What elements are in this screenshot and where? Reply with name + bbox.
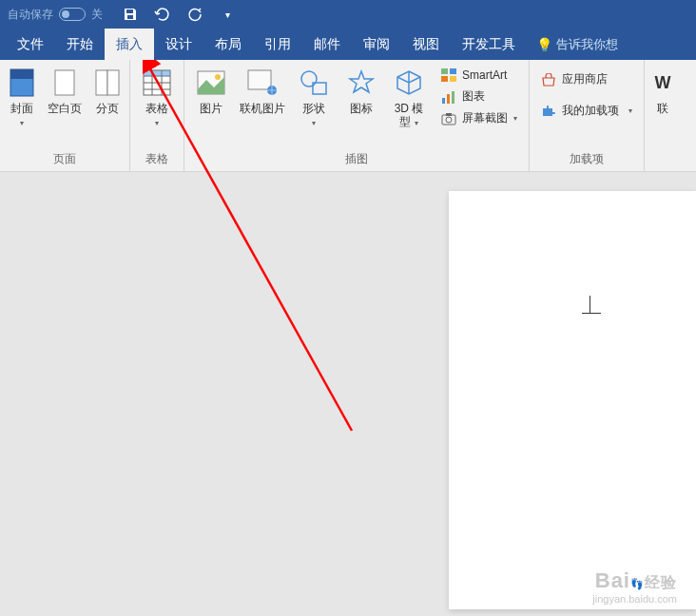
chevron-down-icon: ▾: [628, 106, 632, 115]
group-tables-label: 表格: [134, 149, 180, 169]
group-illustrations: 图片 联机图片 形状 ▾ 图标: [184, 60, 530, 171]
svg-rect-3: [96, 70, 107, 95]
blank-page-icon: [49, 67, 80, 98]
tab-review[interactable]: 审阅: [352, 29, 401, 60]
cover-page-button[interactable]: 封面 ▾: [4, 64, 40, 131]
tell-me-search[interactable]: 💡 告诉我你想: [536, 29, 618, 60]
chevron-down-icon: ▾: [513, 114, 517, 123]
text-cursor-icon: [582, 296, 601, 324]
tab-design[interactable]: 设计: [154, 29, 203, 60]
tab-developer[interactable]: 开发工具: [451, 29, 527, 60]
app-store-button[interactable]: 应用商店: [537, 69, 636, 89]
svg-rect-24: [452, 91, 454, 104]
document-canvas[interactable]: [0, 172, 696, 616]
document-page[interactable]: [449, 191, 696, 609]
wikipedia-button[interactable]: W 联: [648, 64, 677, 119]
3d-model-label: 3D 模型 ▾: [395, 102, 424, 129]
ribbon-tabs: 文件 开始 插入 设计 布局 引用 邮件 审阅 视图 开发工具 💡 告诉我你想: [0, 29, 696, 60]
title-bar: 自动保存 关 ▾: [0, 0, 696, 29]
group-pages: 封面 ▾ 空白页 分页 页面: [0, 60, 130, 171]
cube-icon: [394, 67, 424, 98]
icons-label: 图标: [350, 102, 373, 115]
page-break-button[interactable]: 分页: [89, 64, 126, 119]
group-pages-label: 页面: [4, 149, 126, 169]
blank-page-button[interactable]: 空白页: [42, 64, 87, 119]
svg-rect-23: [447, 94, 450, 104]
tell-me-label: 告诉我你想: [556, 36, 618, 53]
save-icon[interactable]: [122, 6, 139, 23]
page-break-icon: [92, 67, 123, 98]
picture-label: 图片: [200, 102, 222, 115]
customize-qat-icon[interactable]: ▾: [219, 6, 236, 23]
svg-point-16: [301, 71, 317, 87]
tab-mailings[interactable]: 邮件: [302, 29, 352, 60]
screenshot-icon: [441, 111, 456, 126]
tab-view[interactable]: 视图: [401, 29, 451, 60]
screenshot-button[interactable]: 屏幕截图 ▾: [437, 108, 521, 128]
tab-layout[interactable]: 布局: [203, 29, 253, 60]
my-addins-button[interactable]: 我的加载项 ▾: [537, 101, 636, 121]
svg-rect-22: [442, 98, 445, 104]
puzzle-icon: [541, 104, 556, 119]
svg-rect-14: [248, 70, 271, 89]
autosave-label: 自动保存: [8, 7, 53, 23]
undo-icon[interactable]: [154, 6, 171, 23]
svg-rect-2: [55, 70, 74, 95]
chart-icon: [441, 89, 456, 105]
svg-text:W: W: [655, 73, 671, 92]
autosave-toggle[interactable]: 自动保存 关: [8, 7, 103, 23]
shapes-icon: [299, 67, 329, 98]
svg-rect-20: [441, 76, 448, 82]
my-addins-label: 我的加载项: [562, 103, 619, 119]
svg-rect-4: [107, 70, 119, 95]
icons-icon: [346, 67, 377, 98]
smartart-label: SmartArt: [462, 68, 507, 82]
shapes-label: 形状: [302, 102, 325, 115]
chevron-down-icon: ▾: [20, 119, 24, 127]
tab-references[interactable]: 引用: [253, 29, 302, 60]
screenshot-label: 屏幕截图: [462, 110, 508, 126]
svg-rect-18: [441, 68, 448, 74]
tab-file[interactable]: 文件: [6, 29, 55, 60]
toggle-pill-icon: [59, 8, 86, 21]
online-picture-icon: [247, 67, 278, 98]
group-addins-label: 加载项: [533, 149, 640, 169]
online-picture-label: 联机图片: [240, 102, 285, 115]
smartart-button[interactable]: SmartArt: [437, 66, 521, 85]
cover-page-label: 封面: [10, 102, 33, 115]
wikipedia-label: 联: [657, 102, 668, 115]
smartart-icon: [441, 67, 456, 83]
group-partial: W 联: [645, 60, 681, 171]
shapes-button[interactable]: 形状 ▾: [291, 64, 337, 131]
picture-icon: [196, 67, 226, 98]
chart-label: 图表: [462, 88, 485, 105]
svg-rect-11: [144, 70, 170, 76]
quick-access-toolbar: ▾: [122, 6, 236, 23]
store-icon: [541, 72, 556, 87]
picture-button[interactable]: 图片: [188, 64, 234, 119]
svg-rect-19: [450, 68, 456, 74]
lightbulb-icon: 💡: [536, 37, 552, 52]
tab-home[interactable]: 开始: [55, 29, 105, 60]
svg-rect-27: [446, 113, 452, 116]
online-picture-button[interactable]: 联机图片: [236, 64, 289, 119]
page-break-label: 分页: [96, 102, 119, 115]
autosave-state: 关: [91, 7, 103, 23]
app-store-label: 应用商店: [562, 71, 608, 87]
redo-icon[interactable]: [186, 6, 203, 23]
chevron-down-icon: ▾: [312, 119, 316, 127]
svg-rect-1: [10, 69, 33, 79]
group-addins: 应用商店 我的加载项 ▾ 加载项: [530, 60, 645, 171]
tab-insert[interactable]: 插入: [105, 29, 154, 60]
chart-button[interactable]: 图表: [437, 87, 521, 106]
group-illustrations-label: 插图: [188, 149, 525, 169]
svg-point-13: [215, 74, 221, 80]
table-button[interactable]: 表格 ▾: [134, 64, 180, 131]
3d-model-button[interactable]: 3D 模型 ▾: [386, 64, 432, 133]
blank-page-label: 空白页: [48, 102, 82, 115]
cover-page-icon: [7, 67, 37, 98]
group-tables: 表格 ▾ 表格: [130, 60, 184, 171]
icons-button[interactable]: 图标: [338, 64, 384, 119]
svg-rect-21: [450, 76, 456, 82]
ribbon: 封面 ▾ 空白页 分页 页面: [0, 60, 696, 172]
